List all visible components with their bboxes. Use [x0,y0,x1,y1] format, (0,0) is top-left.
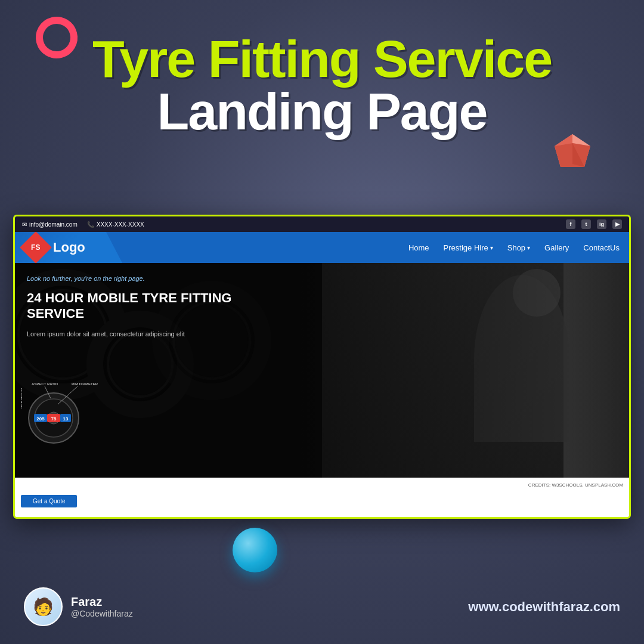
svg-text:ASPECT RATIO: ASPECT RATIO [32,382,58,386]
facebook-icon[interactable]: f [566,219,575,229]
author-name: Faraz [71,595,133,609]
deco-ball [233,528,277,572]
browser-mockup: ✉ info@domain.com 📞 XXXX-XXX-XXXX f t ig… [13,215,631,519]
youtube-icon[interactable]: ▶ [612,219,622,229]
email-text: info@domain.com [29,221,78,228]
bottom-bar: Get a Quote [15,492,629,510]
phone-info: 📞 XXXX-XXX-XXXX [87,221,144,228]
footer-section: 🧑 Faraz @Codewithfaraz www.codewithfaraz… [0,587,644,626]
credits-text: CREDITS: W3SCHOOLS, UNSPLASH.COM [528,482,623,488]
info-bar: ✉ info@domain.com 📞 XXXX-XXX-XXXX f t ig… [15,216,629,232]
logo-area: FS Logo [15,232,122,263]
hero-title: 24 HOUR MOBILE TYRE FITTING SERVICE [27,290,253,322]
phone-text: XXXX-XXX-XXXX [97,221,144,228]
logo-diamond: FS [20,231,52,264]
logo-text: Logo [53,240,85,255]
hero-content: Look no further, you're on the right pag… [15,263,629,478]
svg-text:75: 75 [51,416,57,422]
nav-shop[interactable]: Shop ▾ [507,243,530,252]
website-url: www.codewithfaraz.com [468,599,620,615]
nav-home[interactable]: Home [408,243,429,252]
nav-gallery[interactable]: Gallery [544,243,569,252]
instagram-icon[interactable]: ig [597,219,606,229]
twitter-icon[interactable]: t [581,219,591,229]
svg-text:13: 13 [63,416,69,422]
shop-chevron: ▾ [527,244,530,251]
hero-desc: Lorem ipsum dolor sit amet, consectetur … [27,330,236,338]
svg-text:205: 205 [36,416,45,422]
cta-button[interactable]: Get a Quote [21,495,77,507]
logo-initials: FS [31,243,40,252]
author-text: Faraz @Codewithfaraz [71,595,133,618]
info-bar-left: ✉ info@domain.com 📞 XXXX-XXX-XXXX [22,221,144,228]
hero-section: Look no further, you're on the right pag… [15,263,629,478]
sub-title: Landing Page [60,85,584,138]
title-section: Tyre Fitting Service Landing Page [60,33,584,138]
nav-bar: FS Logo Home Prestige Hire ▾ Shop ▾ Gall… [15,232,629,263]
logo-bg: FS Logo [15,232,122,263]
author-handle: @Codewithfaraz [71,609,133,618]
nav-contact[interactable]: ContactUs [583,243,620,252]
nav-prestige-hire[interactable]: Prestige Hire ▾ [444,243,493,252]
credits-bar: CREDITS: W3SCHOOLS, UNSPLASH.COM [15,478,629,492]
svg-text:RIM DIAMETER: RIM DIAMETER [72,382,98,386]
tyre-diagram: ASPECT RATIO RIM DIAMETER TIRE WIDTH 205… [21,373,116,445]
author-info: 🧑 Faraz @Codewithfaraz [24,587,133,626]
prestige-hire-chevron: ▾ [490,244,493,251]
avatar: 🧑 [24,587,63,626]
nav-links: Home Prestige Hire ▾ Shop ▾ Gallery Cont… [408,243,620,252]
hero-tagline: Look no further, you're on the right pag… [27,275,617,282]
main-title: Tyre Fitting Service [60,33,584,85]
svg-text:TIRE WIDTH: TIRE WIDTH [21,388,23,409]
social-icons: f t ig ▶ [566,219,622,229]
email-icon: ✉ [22,221,27,228]
phone-icon: 📞 [87,221,94,228]
email-info: ✉ info@domain.com [22,221,78,228]
